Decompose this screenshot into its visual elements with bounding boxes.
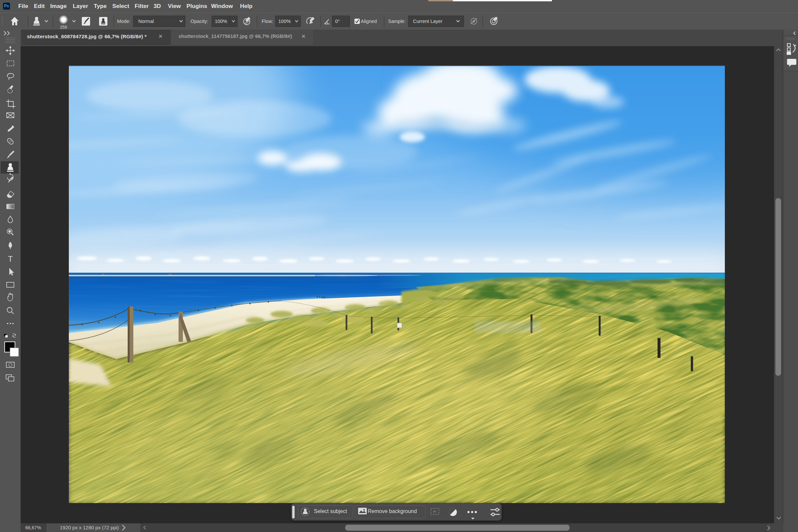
svg-text:0°: 0° <box>335 19 340 24</box>
svg-text:Current Layer: Current Layer <box>413 19 442 24</box>
svg-text:Opacity:: Opacity: <box>191 19 208 24</box>
svg-text:259: 259 <box>60 25 67 30</box>
svg-text:100%: 100% <box>278 19 291 24</box>
svg-text:Sample:: Sample: <box>388 19 406 24</box>
svg-text:Normal: Normal <box>138 19 154 24</box>
svg-text:T: T <box>8 254 13 263</box>
svg-text:Flow:: Flow: <box>262 19 273 24</box>
svg-text:Aligned: Aligned <box>361 19 377 24</box>
svg-text:100%: 100% <box>215 19 227 24</box>
svg-text:Mode:: Mode: <box>117 19 130 24</box>
